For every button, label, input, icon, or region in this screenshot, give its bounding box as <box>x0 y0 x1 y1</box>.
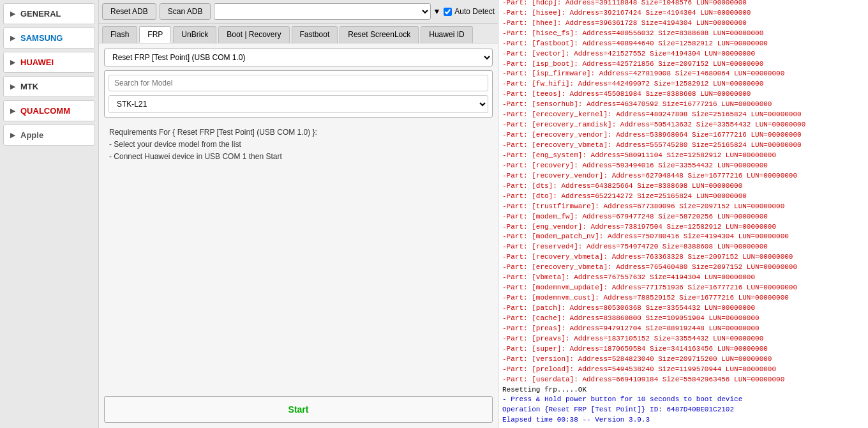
log-line: -Part: [hisee_fs]: Address=400556032 Siz… <box>502 29 864 39</box>
sidebar-item-qualcomm[interactable]: ▶QUALCOMM <box>3 100 95 121</box>
toolbar: Reset ADB Scan ADB ▼ Auto Detect <box>99 0 498 24</box>
auto-detect-wrapper: Auto Detect <box>444 7 495 16</box>
log-line: -Part: [modem_patch_nv]: Address=7507804… <box>502 232 864 242</box>
log-line: -Part: [erecovery_vbmeta]: Address=55574… <box>502 141 864 151</box>
log-line: -Part: [hhee]: Address=396361728 Size=41… <box>502 19 864 29</box>
log-line: -Part: [preload]: Address=5494538240 Siz… <box>502 365 864 375</box>
log-line: -Part: [patch]: Address=805306368 Size=3… <box>502 303 864 314</box>
sidebar-arrow-icon: ▶ <box>10 34 15 42</box>
model-select[interactable]: STK-L21 <box>108 95 488 113</box>
sidebar-item-samsung[interactable]: ▶SAMSUNG <box>3 27 95 49</box>
log-line: Resetting frp.....OK <box>502 385 864 395</box>
start-button[interactable]: Start <box>107 399 490 420</box>
sidebar-arrow-icon: ▶ <box>10 10 15 17</box>
start-button-wrapper: Start <box>104 396 493 423</box>
log-line: -Part: [modemnvm_cust]: Address=78852915… <box>502 293 864 303</box>
tab-boot-recovery[interactable]: Boot | Recovery <box>218 26 289 43</box>
log-line: -Part: [erecovery_vbmeta]: Address=76546… <box>502 263 864 273</box>
tab-bar: FlashFRPUnBrickBoot | RecoveryFastbootRe… <box>99 24 498 43</box>
sidebar-item-mtk[interactable]: ▶MTK <box>3 76 95 97</box>
log-line: -Part: [recovery_vbmeta]: Address=763363… <box>502 252 864 263</box>
log-line: -Part: [erecovery_ramdisk]: Address=5054… <box>502 120 864 130</box>
frp-method-dropdown-wrapper: Reset FRP [Test Point] (USB COM 1.0) <box>104 49 493 66</box>
tab-reset-screenlock[interactable]: Reset ScreenLock <box>340 26 419 43</box>
tab-flash[interactable]: Flash <box>102 26 137 43</box>
requirements-line: - Select your device model from the list <box>109 139 488 151</box>
log-line: -Part: [recovery]: Address=593494016 Siz… <box>502 161 864 171</box>
log-line: -Part: [version]: Address=5284823040 Siz… <box>502 355 864 365</box>
log-line: -Part: [vbmeta]: Address=767557632 Size=… <box>502 273 864 283</box>
log-line: -Part: [dto]: Address=652214272 Size=251… <box>502 192 864 202</box>
log-line: -Part: [sensorhub]: Address=463470592 Si… <box>502 100 864 110</box>
log-line: -Part: [userdata]: Address=6694109184 Si… <box>502 375 864 385</box>
scan-adb-button[interactable]: Scan ADB <box>160 3 211 20</box>
main-area: Reset ADB Scan ADB ▼ Auto Detect FlashFR… <box>99 0 498 428</box>
sidebar-item-huawei[interactable]: ▶HUAWEI <box>3 52 95 73</box>
sidebar-arrow-icon: ▶ <box>10 59 15 66</box>
log-line: Elapsed time 00:38 -- Version 3.9.3 <box>502 415 864 425</box>
log-line: -Part: [trustfirmware]: Address=67738009… <box>502 202 864 212</box>
log-line: -Part: [fastboot]: Address=408944640 Siz… <box>502 39 864 49</box>
log-line: -Part: [erecovery_kernel]: Address=48024… <box>502 110 864 120</box>
model-area: STK-L21 <box>104 70 493 118</box>
requirements-text: Requirements For { Reset FRP [Test Point… <box>104 121 493 260</box>
sidebar-item-label: GENERAL <box>20 9 61 19</box>
port-select[interactable] <box>214 3 431 20</box>
reset-adb-button[interactable]: Reset ADB <box>102 3 156 20</box>
log-line: -Part: [isp_boot]: Address=425721856 Siz… <box>502 59 864 70</box>
sidebar-item-label: Apple <box>20 130 43 140</box>
log-line: -Part: [recovery_vendor]: Address=627048… <box>502 171 864 181</box>
log-line: -Part: [modemnvm_update]: Address=771751… <box>502 283 864 293</box>
requirements-line: - Connect Huawei device in USB COM 1 the… <box>109 151 488 163</box>
log-line: -Part: [eng_system]: Address=580911104 S… <box>502 151 864 161</box>
dropdown-arrow-icon: ▼ <box>433 7 440 16</box>
log-line: - Press & Hold power button for 10 secon… <box>502 395 864 405</box>
sidebar-item-label: QUALCOMM <box>20 106 70 116</box>
sidebar-item-apple[interactable]: ▶Apple <box>3 125 95 146</box>
log-line: -Part: [teeos]: Address=455081984 Size=8… <box>502 89 864 100</box>
log-line: -Part: [reserved4]: Address=754974720 Si… <box>502 242 864 252</box>
log-line: -Part: [hisee]: Address=392167424 Size=4… <box>502 8 864 19</box>
tab-fastboot[interactable]: Fastboot <box>292 26 338 43</box>
requirements-title: Requirements For { Reset FRP [Test Point… <box>109 128 317 137</box>
sidebar-item-label: MTK <box>20 82 38 91</box>
log-line: -Part: [erecovery_vendor]: Address=53896… <box>502 130 864 141</box>
sidebar-item-label: HUAWEI <box>20 57 54 67</box>
log-line: -Part: [isp_firmware]: Address=427819008… <box>502 69 864 79</box>
log-line: -Part: [preavs]: Address=1837105152 Size… <box>502 334 864 344</box>
tab-huawei-id[interactable]: Huawei ID <box>421 26 472 43</box>
sidebar-item-label: SAMSUNG <box>20 33 63 43</box>
log-line: -Part: [vector]: Address=421527552 Size=… <box>502 49 864 59</box>
tab-frp[interactable]: FRP <box>139 26 171 43</box>
sidebar-item-general[interactable]: ▶GENERAL <box>3 3 95 24</box>
model-search-input[interactable] <box>108 75 488 91</box>
frp-method-select[interactable]: Reset FRP [Test Point] (USB COM 1.0) <box>105 49 492 66</box>
log-line: -Part: [super]: Address=1870659584 Size=… <box>502 344 864 355</box>
log-line: -Part: [preas]: Address=947912704 Size=8… <box>502 324 864 334</box>
log-line: Operation {Reset FRP [Test Point]} ID: 6… <box>502 405 864 415</box>
auto-detect-checkbox[interactable] <box>444 8 452 16</box>
log-line: -Part: [fw_hifi]: Address=442499072 Size… <box>502 79 864 89</box>
content-panel: Reset FRP [Test Point] (USB COM 1.0) STK… <box>99 43 498 428</box>
log-line: -Part: [modem_fw]: Address=679477248 Siz… <box>502 212 864 222</box>
sidebar-arrow-icon: ▶ <box>10 107 15 114</box>
log-line: -Part: [hdcp]: Address=391118848 Size=10… <box>502 0 864 8</box>
log-line: -Part: [cache]: Address=838860800 Size=1… <box>502 314 864 324</box>
sidebar-arrow-icon: ▶ <box>10 132 15 139</box>
log-line: -Part: [dts]: Address=643825664 Size=838… <box>502 181 864 192</box>
sidebar-arrow-icon: ▶ <box>10 83 15 90</box>
port-combo-wrapper: ▼ <box>214 3 440 20</box>
log-line: -Part: [eng_vendor]: Address=738197504 S… <box>502 222 864 233</box>
tab-unbrick[interactable]: UnBrick <box>173 26 216 43</box>
log-panel[interactable]: -Part: [fw_lpm3]: Address=386924544 Size… <box>498 0 868 428</box>
sidebar: ▶GENERAL▶SAMSUNG▶HUAWEI▶MTK▶QUALCOMM▶App… <box>0 0 99 428</box>
auto-detect-label: Auto Detect <box>454 7 495 16</box>
